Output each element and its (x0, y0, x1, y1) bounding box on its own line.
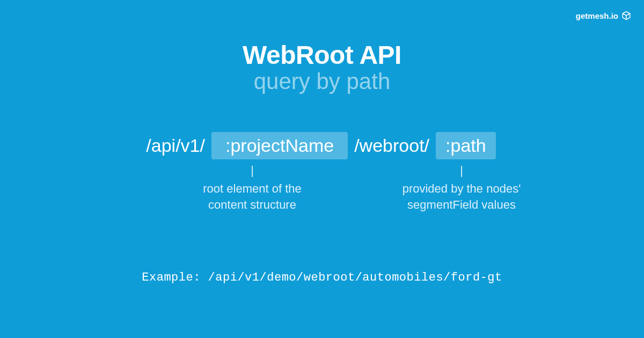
annotation-path-line1: provided by the nodes' (386, 181, 537, 197)
example-value: /api/v1/demo/webroot/automobiles/ford-gt (208, 271, 502, 284)
connector-line-icon: | (386, 165, 537, 177)
page-subtitle: query by path (0, 69, 644, 94)
url-pattern: /api/v1/ :projectName /webroot/ :path (0, 132, 644, 159)
annotation-project-line1: root element of the (177, 181, 327, 197)
brand-label: getmesh.io (576, 11, 618, 20)
example-row: Example: /api/v1/demo/webroot/automobile… (0, 271, 644, 284)
connector-line-icon: | (177, 165, 327, 177)
brand-badge: getmesh.io (576, 11, 631, 20)
annotation-project-line2: content structure (177, 197, 327, 213)
title-block: WebRoot API query by path (0, 0, 644, 94)
page-title: WebRoot API (0, 40, 644, 70)
annotation-path-line2: segmentField values (386, 197, 537, 213)
example-label: Example: (142, 271, 201, 284)
pattern-prefix: /api/v1/ (145, 135, 206, 156)
pattern-mid: /webroot/ (353, 135, 430, 156)
annotation-project: | root element of the content structure (177, 165, 327, 212)
annotation-path: | provided by the nodes' segmentField va… (386, 165, 537, 212)
param-project-name: :projectName (211, 132, 348, 159)
mesh-logo-icon (621, 11, 631, 20)
param-path: :path (436, 132, 496, 159)
